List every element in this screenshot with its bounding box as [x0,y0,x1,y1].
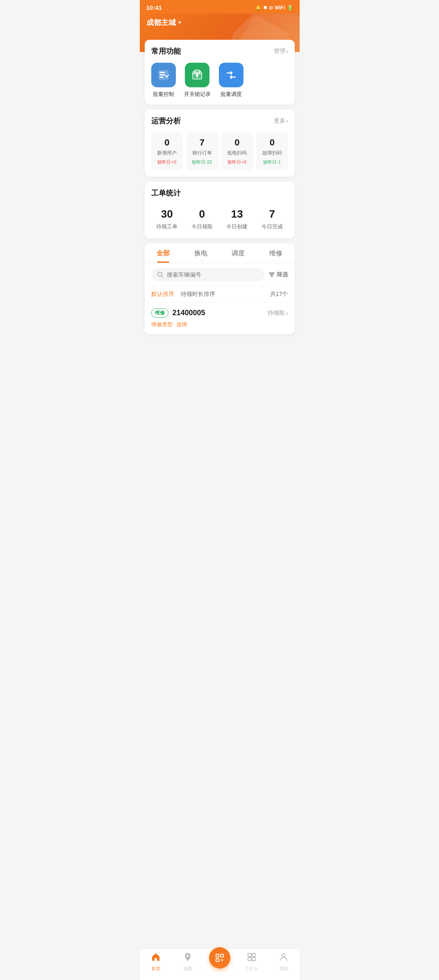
wo-badge: 维修 [151,308,168,318]
stat-low-battery-change: 较昨日+0 [225,159,250,165]
stat-riding-orders-change: 较昨日-22 [189,159,215,165]
tab-dispatch[interactable]: 调度 [220,243,257,263]
ops-stats-grid: 0 新增用户 较昨日+0 7 骑行订单 较昨日-22 0 低电扫码 较昨日+0 … [151,132,288,170]
manage-button[interactable]: 管理 › [274,48,288,55]
status-icons: 🔔 ✱ ⊙ WiFi 🔋 [255,5,293,11]
filter-label: 筛选 [277,271,288,278]
stat-new-users-change: 较昨日+0 [155,159,180,165]
wo-detail: 维修类型 · 故障 [151,321,288,328]
wo-stats-grid: 30 待领工单 0 今日领取 13 今日创建 7 今日完成 [151,205,288,232]
wo-detail-value: 故障 [177,321,187,327]
location-chevron: ▾ [178,20,181,25]
tab-repair[interactable]: 维修 [257,243,295,263]
batch-dispatch-icon [219,63,243,87]
stat-fault-scan-label: 故障扫码 [259,150,285,157]
wo-today-received[interactable]: 0 今日领取 [186,208,218,230]
stat-low-battery-label: 低电扫码 [225,150,250,157]
batch-dispatch-label: 批量调度 [221,91,242,98]
work-order-list-section: 全部 换电 调度 维修 筛选 [145,243,295,334]
bluetooth-icon: ✱ [263,5,267,11]
func-item-batch-control[interactable]: 批量控制 [151,63,176,98]
wo-id: 21400005 [173,309,205,317]
func-item-batch-dispatch[interactable]: 批量调度 [219,63,243,98]
sort-row: 默认排序 待领时长排序 共17个 [145,286,295,302]
wo-pending-value: 30 [151,208,183,221]
svg-line-13 [161,276,163,277]
status-time: 10:41 [146,4,162,11]
location-text: 成都主城 [146,18,176,27]
batch-control-label: 批量控制 [153,91,174,98]
work-order-stats-card: 工单统计 30 待领工单 0 今日领取 13 今日创建 7 今日完成 [145,182,295,239]
sort-count: 共17个 [270,291,288,298]
svg-rect-3 [159,77,164,78]
tab-all[interactable]: 全部 [145,243,182,263]
wo-today-done[interactable]: 7 今日完成 [256,208,288,230]
stat-new-users-label: 新增用户 [155,150,180,157]
wo-stats-title: 工单统计 [151,188,181,198]
stat-new-users-value: 0 [155,137,180,148]
lock-record-icon [185,63,209,87]
wo-item-left: 维修 21400005 [151,308,205,318]
stat-new-users[interactable]: 0 新增用户 较昨日+0 [151,132,183,170]
lock-record-label: 开关锁记录 [184,91,211,98]
common-functions-header: 常用功能 管理 › [151,46,288,56]
work-order-item[interactable]: 维修 21400005 待领取 › 维修类型 · 故障 [145,302,295,334]
common-functions-title: 常用功能 [151,46,181,56]
stat-riding-orders[interactable]: 7 骑行订单 较昨日-22 [186,132,218,170]
operations-analysis-card: 运营分析 更多 › 0 新增用户 较昨日+0 7 骑行订单 较昨日-22 0 低… [145,109,295,177]
filter-button[interactable]: 筛选 [268,271,288,278]
wo-today-received-value: 0 [186,208,218,221]
wo-detail-label: 维修类型 · [151,321,177,327]
batch-control-icon [151,63,176,87]
svg-rect-1 [159,72,165,73]
stat-low-battery-scan[interactable]: 0 低电扫码 较昨日+0 [221,132,253,170]
location-icon: ⊙ [269,5,273,11]
ops-more-button[interactable]: 更多 › [274,117,288,125]
stat-fault-scan-change: 较昨日-1 [259,159,285,165]
status-bar: 10:41 🔔 ✱ ⊙ WiFi 🔋 [140,0,300,14]
common-functions-card: 常用功能 管理 › 批量控制 [145,40,295,105]
wifi-icon: WiFi [275,5,285,11]
wo-today-created-value: 13 [221,208,253,221]
stat-fault-scan-value: 0 [259,137,285,148]
wo-pending-label: 待领工单 [151,223,183,230]
wo-today-done-label: 今日完成 [256,223,288,230]
bell-icon: 🔔 [255,5,262,11]
wo-stats-header: 工单统计 [151,188,288,198]
wo-pending[interactable]: 30 待领工单 [151,208,183,230]
ops-header: 运营分析 更多 › [151,116,288,126]
search-input-wrap[interactable] [151,268,264,281]
func-grid: 批量控制 开关锁记录 [151,63,288,98]
search-icon [157,271,164,278]
func-item-lock-record[interactable]: 开关锁记录 [184,63,211,98]
svg-rect-2 [159,74,165,75]
stat-riding-orders-value: 7 [189,137,215,148]
stat-riding-orders-label: 骑行订单 [189,150,215,157]
wo-status-text: 待领取 [268,309,285,317]
sort-wait-button[interactable]: 待领时长排序 [181,291,215,298]
location-row[interactable]: 成都主城 ▾ [146,18,293,27]
tabs-row: 全部 换电 调度 维修 [145,243,295,263]
tab-battery[interactable]: 换电 [182,243,220,263]
svg-point-7 [196,74,198,77]
wo-status: 待领取 › [268,309,288,317]
wo-today-done-value: 7 [256,208,288,221]
wo-today-created-label: 今日创建 [221,223,253,230]
stat-fault-scan[interactable]: 0 故障扫码 较昨日-1 [256,132,288,170]
sort-default-button[interactable]: 默认排序 [151,291,174,298]
stat-low-battery-value: 0 [225,137,250,148]
search-bar: 筛选 [145,263,295,286]
wo-today-created[interactable]: 13 今日创建 [221,208,253,230]
search-input[interactable] [167,271,259,278]
battery-icon: 🔋 [287,5,293,11]
wo-today-received-label: 今日领取 [186,223,218,230]
wo-item-header: 维修 21400005 待领取 › [151,308,288,318]
filter-icon [268,271,275,278]
wo-status-chevron: › [286,310,288,316]
ops-title: 运营分析 [151,116,181,126]
